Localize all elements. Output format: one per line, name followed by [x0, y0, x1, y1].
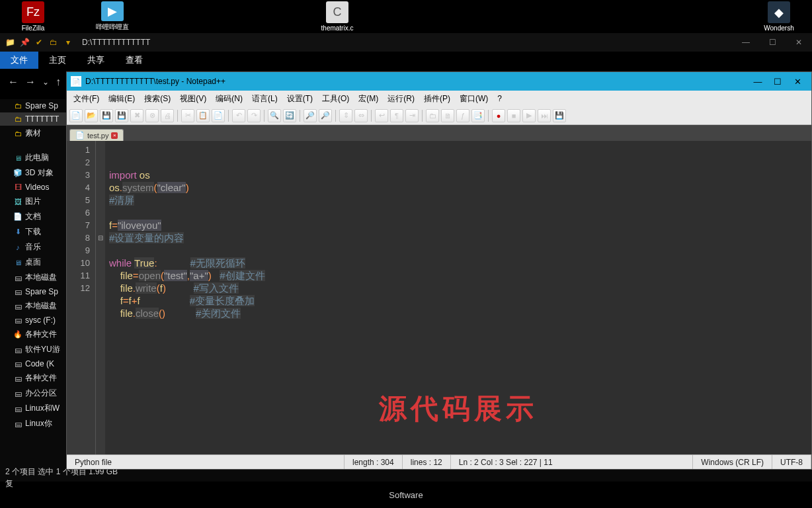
paste-icon[interactable]: 📄 — [212, 109, 225, 122]
npp-tab-testpy[interactable]: 📄 test.py × — [69, 129, 124, 141]
open-file-icon[interactable]: 📂 — [85, 109, 98, 122]
npp-minimize-button[interactable]: — — [748, 77, 768, 87]
play-multi-icon[interactable]: ⏭ — [538, 109, 551, 122]
desktop-icon-cfile[interactable]: Cthematrix.c — [317, 1, 357, 32]
tree-item[interactable]: 🧊3D 对象 — [0, 165, 66, 181]
tree-item[interactable]: 🗀TTTTTTT — [0, 112, 66, 126]
nav-forward-button[interactable]: → — [25, 76, 36, 88]
qat-more-icon[interactable]: ▾ — [62, 36, 74, 48]
menu-item[interactable]: 语言(L) — [248, 92, 282, 106]
replace-icon[interactable]: 🔄 — [283, 109, 296, 122]
menu-item[interactable]: 设置(T) — [283, 92, 317, 106]
tree-item[interactable]: 🖴软件YU游 — [0, 342, 66, 357]
tree-item[interactable]: 🖴本地磁盘 — [0, 270, 66, 285]
obj-icon: 🧊 — [13, 169, 22, 178]
menu-item[interactable]: 视图(V) — [176, 92, 210, 106]
menu-item[interactable]: 编辑(E) — [104, 92, 139, 106]
redo-icon[interactable]: ↷ — [247, 109, 261, 122]
disk-icon: 🖴 — [13, 345, 22, 355]
pin-icon[interactable]: 📌 — [19, 36, 30, 48]
copy-icon[interactable]: 📋 — [196, 109, 210, 122]
allchars-icon[interactable]: ¶ — [390, 109, 403, 122]
menu-item[interactable]: 窗口(W) — [456, 92, 492, 106]
menu-item[interactable]: 插件(P) — [420, 92, 454, 106]
save-all-icon[interactable]: 💾 — [115, 109, 128, 122]
tree-item[interactable]: 🖼图片 — [0, 194, 66, 209]
tree-item[interactable]: 🗀素材 — [0, 126, 66, 141]
tree-item[interactable]: 🖴各种文件 — [0, 370, 66, 386]
record-icon[interactable]: ● — [492, 109, 505, 122]
nav-up-button[interactable]: ↑ — [56, 76, 61, 88]
find-icon[interactable]: 🔍 — [268, 109, 281, 122]
tree-item[interactable]: 🔥各种文件 — [0, 327, 66, 342]
tree-item[interactable]: ⬇下载 — [0, 224, 66, 239]
tree-item[interactable]: 🖥桌面 — [0, 255, 66, 270]
zoom-in-icon[interactable]: 🔎 — [304, 109, 317, 122]
folder-icon[interactable]: 📁 — [4, 36, 16, 48]
menu-item[interactable]: 工具(O) — [318, 92, 353, 106]
nav-back-button[interactable]: ← — [8, 76, 19, 88]
close-button[interactable]: ✕ — [786, 38, 812, 47]
explorer-sidebar[interactable]: 🗀Spare Sp🗀TTTTTTT🗀素材🖥此电脑🧊3D 对象🎞Videos🖼图片… — [0, 99, 66, 462]
desktop-icon-bilibili[interactable]: ▶哔哩哔哩直 — [93, 1, 132, 32]
stop-icon[interactable]: ■ — [507, 109, 520, 122]
nav-recent-button[interactable]: ⌄ — [42, 77, 49, 87]
tree-item[interactable]: 🖴Code (K — [0, 357, 66, 370]
menu-item[interactable]: 搜索(S) — [140, 92, 175, 106]
desktop-icon-wondershare[interactable]: ◆Wondersh — [759, 1, 799, 32]
maximize-button[interactable]: ☐ — [759, 38, 786, 47]
code-area[interactable]: import osos.system("clear")#清屏f="iloveyo… — [105, 141, 811, 454]
tree-item[interactable]: ♪音乐 — [0, 239, 66, 255]
check-icon[interactable]: ✔ — [33, 36, 45, 48]
zoom-out-icon[interactable]: 🔎 — [319, 109, 332, 122]
doc-map-icon[interactable]: 🗎 — [441, 109, 454, 122]
tree-item[interactable]: 🎞Videos — [0, 181, 66, 194]
desktop-icon-filezilla[interactable]: FzFileZilla — [13, 1, 53, 32]
menu-item[interactable]: 运行(R) — [384, 92, 419, 106]
tab-view[interactable]: 查看 — [115, 52, 153, 69]
save-icon[interactable]: 💾 — [100, 109, 113, 122]
wordwrap-icon[interactable]: ↩ — [375, 109, 388, 122]
save-macro-icon[interactable]: 💾 — [553, 109, 566, 122]
undo-icon[interactable]: ↶ — [232, 109, 245, 122]
func-list-icon[interactable]: ƒ — [456, 109, 469, 122]
vid-icon: 🎞 — [13, 183, 22, 192]
folder2-icon[interactable]: 🗀 — [48, 36, 60, 48]
tree-item[interactable]: 🖴本地磁盘 — [0, 298, 66, 314]
tab-close-icon[interactable]: × — [111, 132, 118, 139]
tree-item[interactable]: 🖥此电脑 — [0, 150, 66, 165]
play-icon[interactable]: ▶ — [522, 109, 536, 122]
indent-icon[interactable]: ⇥ — [405, 109, 419, 122]
folder-view-icon[interactable]: 🗀 — [426, 109, 439, 122]
npp-titlebar[interactable]: 📄 D:\TTTTTTTTTTTT\test.py - Notepad++ — … — [67, 72, 811, 91]
tree-item[interactable]: 🖴办公分区 — [0, 386, 66, 401]
print-icon[interactable]: 🖨 — [161, 109, 174, 122]
sync-h-icon[interactable]: ⇔ — [354, 109, 368, 122]
doc-list-icon[interactable]: 📑 — [471, 109, 485, 122]
cut-icon[interactable]: ✂ — [181, 109, 194, 122]
menu-item[interactable]: 宏(M) — [354, 92, 382, 106]
tab-file[interactable]: 文件 — [0, 52, 38, 69]
menu-item[interactable]: 编码(N) — [212, 92, 247, 106]
menu-item[interactable]: 文件(F) — [69, 92, 103, 106]
new-file-icon[interactable]: 📄 — [69, 109, 83, 122]
taskbar[interactable]: Software — [0, 482, 812, 508]
minimize-button[interactable]: — — [733, 38, 759, 47]
tree-item[interactable]: 🗀Spare Sp — [0, 99, 66, 112]
tree-item[interactable]: 📄文档 — [0, 209, 66, 224]
close-all-icon[interactable]: ⊗ — [145, 109, 159, 122]
tree-item-label: 文档 — [25, 211, 41, 222]
sync-v-icon[interactable]: ⇕ — [339, 109, 352, 122]
tree-item[interactable]: 🖴sysc (F:) — [0, 314, 66, 327]
tree-item[interactable]: 🖴Linux和W — [0, 401, 66, 416]
tab-share[interactable]: 共享 — [77, 52, 115, 69]
tree-item[interactable]: 🖴Spare Sp — [0, 285, 66, 298]
close-file-icon[interactable]: ✖ — [130, 109, 143, 122]
npp-maximize-button[interactable]: ☐ — [768, 77, 788, 87]
npp-close-button[interactable]: ✕ — [788, 77, 807, 87]
menu-item[interactable]: ? — [493, 93, 506, 105]
tab-home[interactable]: 主页 — [38, 52, 77, 69]
fold-column[interactable]: ⊟ — [96, 141, 105, 454]
npp-editor[interactable]: 123456789101112 ⊟ import osos.system("cl… — [67, 141, 811, 454]
tree-item[interactable]: 🖴Linux你 — [0, 416, 66, 431]
